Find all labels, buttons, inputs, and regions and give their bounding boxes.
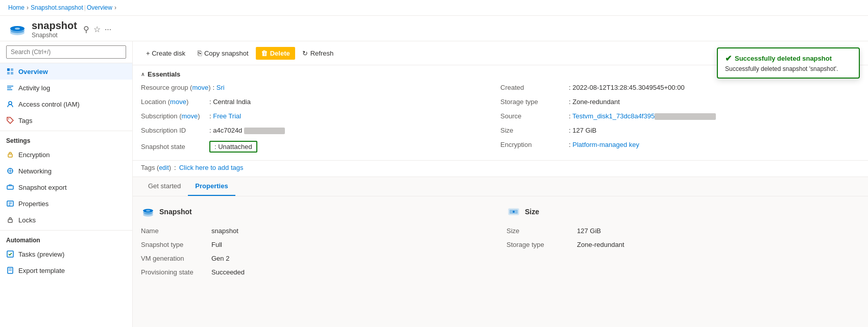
size-section-header: Size xyxy=(507,205,860,219)
automation-section-label: Automation xyxy=(0,230,132,246)
refresh-button[interactable]: ↻ Refresh xyxy=(297,47,339,60)
essentials-row-source: Source : Testvm_disk1_73dc8a4f395 xyxy=(500,111,860,123)
export-template-icon xyxy=(6,266,14,274)
rg-value[interactable]: Sri xyxy=(216,84,225,91)
resource-type: Snapshot xyxy=(32,32,77,39)
refresh-icon: ↻ xyxy=(302,49,308,57)
settings-section-label: Settings xyxy=(0,131,132,146)
essentials-row-snapshot-state: Snapshot state : Unattached xyxy=(141,139,500,154)
size-section-title: Size xyxy=(525,208,539,216)
svg-point-3 xyxy=(15,28,20,30)
activity-icon xyxy=(6,84,14,92)
essentials-row-subscription: Subscription (move) : Free Trial xyxy=(141,111,500,123)
sidebar-item-export-template[interactable]: Export template xyxy=(0,262,132,279)
tags-icon xyxy=(6,116,14,124)
prop-row-name: Name snapshot xyxy=(141,226,494,236)
breadcrumb-overview[interactable]: Overview xyxy=(87,4,112,11)
copy-snapshot-button[interactable]: ⎘ Copy snapshot xyxy=(192,46,254,60)
notification-body: Successfully deleted snapshot 'snapshot'… xyxy=(725,65,852,72)
essentials-title: Essentials xyxy=(148,70,180,78)
rg-move-link[interactable]: move xyxy=(192,84,208,91)
sub-value[interactable]: Free Trial xyxy=(213,112,241,120)
breadcrumb-resource[interactable]: Snapshot.snapshot xyxy=(31,4,83,11)
sidebar-item-locks[interactable]: Locks xyxy=(0,212,132,228)
source-link[interactable]: Testvm_disk1_73dc8a4f395 xyxy=(572,112,655,120)
breadcrumb: Home › Snapshot.snapshot | Overview › xyxy=(0,0,868,16)
sidebar-label-locks: Locks xyxy=(18,216,36,224)
svg-rect-10 xyxy=(7,89,12,90)
sidebar-label-snapshot-export: Snapshot export xyxy=(18,184,67,191)
snapshot-export-icon xyxy=(6,183,14,191)
sidebar-item-properties[interactable]: Properties xyxy=(0,195,132,212)
essentials-container: ∧ Essentials JSON View Resource group (m… xyxy=(133,65,868,177)
tasks-icon xyxy=(6,250,14,258)
content-area: + Create disk ⎘ Copy snapshot 🗑 Delete ↻… xyxy=(133,41,868,327)
essentials-right: Created : 2022-08-12T13:28:45.3049545+00… xyxy=(500,82,860,154)
prop-row-size: Size 127 GiB xyxy=(507,226,860,236)
search-input[interactable] xyxy=(6,45,126,59)
sidebar-item-encryption[interactable]: Encryption xyxy=(0,146,132,163)
encryption-link[interactable]: Platform-managed key xyxy=(572,141,639,148)
sidebar-item-activity-log[interactable]: Activity log xyxy=(0,80,132,96)
sidebar-label-export-template: Export template xyxy=(18,267,65,274)
sidebar-label-properties: Properties xyxy=(18,200,49,208)
sidebar-search-container xyxy=(0,41,132,63)
sidebar-item-snapshot-export[interactable]: Snapshot export xyxy=(0,179,132,195)
sidebar-label-tags: Tags xyxy=(18,117,32,124)
resource-name: snapshot xyxy=(32,20,77,32)
tab-properties[interactable]: Properties xyxy=(188,177,235,196)
tags-row: Tags (edit) : Click here to add tags xyxy=(133,161,868,177)
tags-edit-link[interactable]: edit xyxy=(159,164,168,171)
breadcrumb-home[interactable]: Home xyxy=(8,4,25,11)
subscription-id-redacted xyxy=(244,128,285,134)
properties-icon xyxy=(6,199,14,208)
essentials-row-sub-id: Subscription ID : a4c7024d xyxy=(141,125,500,137)
locks-icon xyxy=(6,216,14,224)
location-move-link[interactable]: move xyxy=(170,98,186,106)
svg-rect-13 xyxy=(8,154,12,157)
essentials-row-rg: Resource group (move) : Sri xyxy=(141,82,500,94)
svg-rect-9 xyxy=(7,88,11,89)
svg-rect-5 xyxy=(11,68,13,71)
essentials-row-storage-type: Storage type : Zone-redundant xyxy=(500,96,860,109)
svg-rect-20 xyxy=(8,219,12,222)
tab-get-started[interactable]: Get started xyxy=(141,177,188,196)
prop-row-prov-state: Provisioning state Succeeded xyxy=(141,267,494,277)
snapshot-prop-section: Snapshot Name snapshot Snapshot type Ful… xyxy=(141,205,494,277)
sidebar-label-encryption: Encryption xyxy=(18,151,50,159)
sidebar-label-overview: Overview xyxy=(18,68,48,76)
svg-point-28 xyxy=(146,210,150,212)
prop-row-type: Snapshot type Full xyxy=(141,240,494,249)
sidebar-item-overview[interactable]: Overview xyxy=(0,63,132,80)
essentials-row-location: Location (move) : Central India xyxy=(141,96,500,109)
tags-add-link[interactable]: Click here to add tags xyxy=(179,164,244,171)
svg-rect-7 xyxy=(11,72,13,74)
sidebar-label-activity-log: Activity log xyxy=(18,84,50,92)
prop-row-vm-gen: VM generation Gen 2 xyxy=(141,254,494,263)
delete-button[interactable]: 🗑 Delete xyxy=(256,47,295,60)
pin-icon[interactable]: ⚲ xyxy=(83,24,89,34)
snapshot-section-icon xyxy=(141,205,155,219)
essentials-left: Resource group (move) : Sri Location (mo… xyxy=(141,82,500,154)
sidebar-label-tasks: Tasks (preview) xyxy=(18,250,64,258)
copy-icon: ⎘ xyxy=(198,49,202,57)
sidebar-item-networking[interactable]: Networking xyxy=(0,163,132,179)
snapshot-section-title: Snapshot xyxy=(159,208,192,216)
source-redacted xyxy=(655,113,716,120)
sidebar: Overview Activity log Access control (IA… xyxy=(0,41,133,327)
essentials-row-size: Size : 127 GiB xyxy=(500,125,860,137)
sidebar-item-tasks[interactable]: Tasks (preview) xyxy=(0,246,132,262)
svg-rect-4 xyxy=(7,68,10,71)
create-disk-button[interactable]: + Create disk xyxy=(141,47,190,60)
more-icon[interactable]: ··· xyxy=(105,25,111,34)
svg-rect-8 xyxy=(7,86,13,87)
sub-move-link[interactable]: move xyxy=(181,112,198,120)
chevron-icon[interactable]: ∧ xyxy=(141,71,144,77)
sidebar-item-tags[interactable]: Tags xyxy=(0,112,132,129)
snapshot-section-header: Snapshot xyxy=(141,205,494,219)
networking-icon xyxy=(6,167,14,175)
resource-icon xyxy=(8,20,27,39)
star-icon[interactable]: ☆ xyxy=(93,24,101,34)
sidebar-label-networking: Networking xyxy=(18,167,52,175)
sidebar-item-access-control[interactable]: Access control (IAM) xyxy=(0,96,132,112)
